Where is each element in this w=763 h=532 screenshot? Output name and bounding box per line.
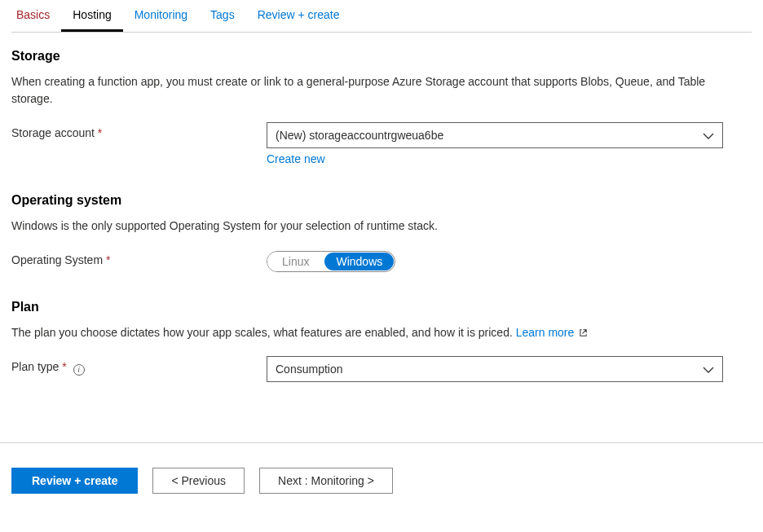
tab-bar: Basics Hosting Monitoring Tags Review + …	[11, 0, 752, 33]
storage-description: When creating a function app, you must c…	[11, 73, 729, 108]
create-new-link[interactable]: Create new	[267, 152, 325, 165]
storage-account-row: Storage account * (New) storageaccountrg…	[11, 122, 752, 165]
os-row: Operating System * Linux Windows	[11, 249, 752, 272]
previous-button[interactable]: < Previous	[152, 468, 245, 494]
chevron-down-icon	[703, 129, 714, 142]
plan-type-select[interactable]: Consumption	[267, 356, 723, 382]
plan-type-value: Consumption	[276, 363, 343, 376]
tab-basics[interactable]: Basics	[11, 0, 61, 32]
tab-hosting[interactable]: Hosting	[61, 0, 122, 32]
os-description: Windows is the only supported Operating …	[11, 218, 729, 235]
tab-tags[interactable]: Tags	[199, 0, 246, 32]
os-toggle: Linux Windows	[267, 251, 395, 272]
plan-learn-more-link[interactable]: Learn more	[516, 324, 588, 341]
external-link-icon	[577, 326, 588, 339]
storage-account-value: (New) storageaccountrgweua6be	[276, 129, 443, 142]
storage-heading: Storage	[11, 49, 752, 64]
storage-account-label: Storage account *	[11, 122, 267, 139]
section-plan: Plan The plan you choose dictates how yo…	[11, 300, 752, 382]
chevron-down-icon	[703, 363, 714, 376]
info-icon[interactable]: i	[73, 364, 85, 376]
next-button[interactable]: Next : Monitoring >	[259, 468, 393, 494]
os-option-linux[interactable]: Linux	[267, 252, 324, 271]
plan-type-label: Plan type * i	[11, 356, 267, 376]
tab-review-create[interactable]: Review + create	[246, 0, 351, 32]
os-option-windows[interactable]: Windows	[324, 253, 394, 270]
storage-account-select[interactable]: (New) storageaccountrgweua6be	[267, 122, 723, 148]
plan-heading: Plan	[11, 300, 752, 314]
os-label: Operating System *	[11, 249, 267, 266]
section-os: Operating system Windows is the only sup…	[11, 193, 752, 272]
plan-description: The plan you choose dictates how your ap…	[11, 324, 729, 341]
plan-type-row: Plan type * i Consumption	[11, 356, 752, 382]
section-storage: Storage When creating a function app, yo…	[11, 49, 752, 165]
tab-monitoring[interactable]: Monitoring	[123, 0, 199, 32]
os-heading: Operating system	[11, 193, 752, 208]
wizard-footer: Review + create < Previous Next : Monito…	[0, 442, 763, 518]
hosting-content: Storage When creating a function app, yo…	[0, 33, 763, 382]
review-create-button[interactable]: Review + create	[11, 468, 138, 494]
